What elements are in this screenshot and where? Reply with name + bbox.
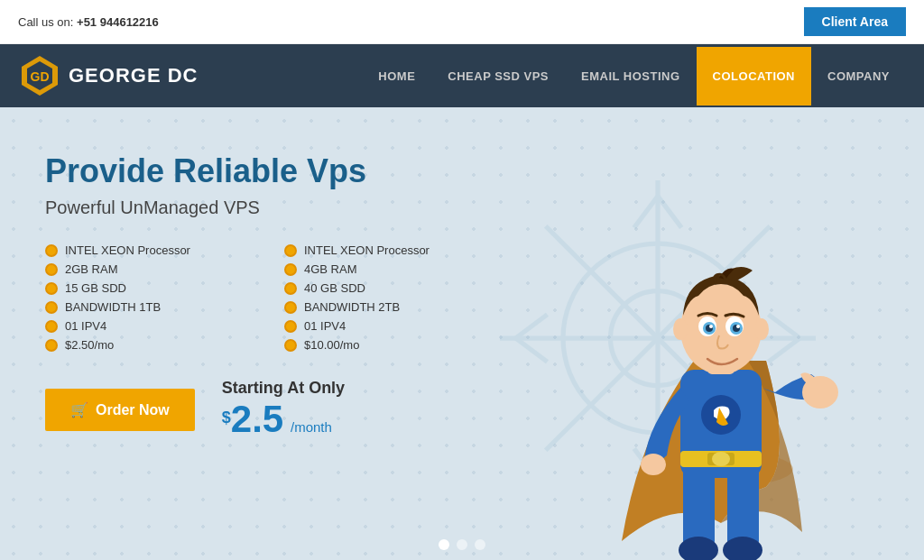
price-display: $2.5 /month [222,398,345,441]
feature-text: INTEL XEON Processor [65,243,190,257]
nav-company[interactable]: COMPANY [811,47,906,106]
hero-character [563,180,879,560]
feature-item: 01 IPV4 [284,319,496,333]
nav-vps-link[interactable]: CHEAP SSD VPS [431,47,565,106]
feature-item: $2.50/mo [45,338,257,352]
nav-links: HOME CHEAP SSD VPS EMAIL HOSTING COLOCAT… [362,47,906,106]
feature-dot [284,339,297,352]
starting-text: Starting At Only $2.5 /month [222,379,345,441]
feature-text: BANDWIDTH 2TB [304,300,400,314]
svg-point-39 [673,318,688,340]
feature-text: 2GB RAM [65,262,118,276]
navbar: GD GEORGE DC HOME CHEAP SSD VPS EMAIL HO… [0,44,924,107]
feature-dot [284,282,297,295]
feature-item: 15 GB SDD [45,281,257,295]
top-bar: Call us on: +51 944612216 Client Area [0,0,924,44]
client-area-button[interactable]: Client Area [804,7,906,36]
feature-item: INTEL XEON Processor [284,243,496,257]
feature-text: $2.50/mo [65,338,114,352]
feature-dot [284,263,297,276]
order-btn-label: Order Now [96,402,170,418]
feature-text: INTEL XEON Processor [304,243,430,257]
logo-text: GEORGE DC [69,64,198,87]
feature-item: BANDWIDTH 2TB [284,300,496,314]
feature-dot [284,320,297,333]
svg-point-26 [641,454,666,475]
feature-text: BANDWIDTH 1TB [65,300,161,314]
price-dollar: $ [222,409,231,427]
nav-email-link[interactable]: EMAIL HOSTING [565,47,697,106]
feature-text: $10.00/mo [304,338,359,352]
order-now-button[interactable]: 🛒 Order Now [45,389,195,431]
feature-text: 4GB RAM [304,262,357,276]
call-text: Call us on: +51 944612216 [18,15,159,29]
feature-item: INTEL XEON Processor [45,243,257,257]
nav-colocation-link[interactable]: COLOCATION [697,47,811,106]
nav-colocation[interactable]: COLOCATION [697,47,811,106]
feature-dot [45,244,58,257]
feature-text: 01 IPV4 [304,319,346,333]
logo[interactable]: GD GEORGE DC [18,54,198,97]
features-grid: INTEL XEON Processor INTEL XEON Processo… [45,243,496,352]
feature-dot [284,244,297,257]
feature-item: $10.00/mo [284,338,496,352]
svg-line-14 [516,338,548,362]
hero-content: Provide Reliable Vps Powerful UnManaged … [45,152,496,441]
feature-item: 2GB RAM [45,262,257,276]
hero-subheadline: Powerful UnManaged VPS [45,197,496,218]
nav-vps[interactable]: CHEAP SSD VPS [431,47,565,106]
svg-point-40 [754,318,769,340]
slide-dots [439,539,485,550]
nav-email[interactable]: EMAIL HOSTING [565,47,697,106]
feature-item: 01 IPV4 [45,319,257,333]
feature-text: 40 GB SDD [304,281,365,295]
hero-section: Provide Reliable Vps Powerful UnManaged … [0,107,924,560]
feature-dot [45,282,58,295]
feature-dot [45,263,58,276]
feature-dot [45,339,58,352]
price-number: 2.5 [231,398,283,440]
svg-point-37 [709,325,713,328]
feature-item: 4GB RAM [284,262,496,276]
svg-point-25 [712,452,730,466]
phone-number: +51 944612216 [77,15,159,29]
slide-dot-3[interactable] [475,539,485,550]
feature-dot [284,301,297,314]
slide-dot-1[interactable] [439,539,449,550]
hero-bottom: 🛒 Order Now Starting At Only $2.5 /month [45,379,496,441]
svg-point-38 [736,325,740,328]
nav-company-link[interactable]: COMPANY [811,47,906,106]
nav-home[interactable]: HOME [362,47,431,106]
feature-dot [45,301,58,314]
feature-text: 01 IPV4 [65,319,106,333]
svg-rect-19 [683,460,715,550]
price-value: $2.5 [222,409,291,437]
call-label: Call us on: [18,15,73,29]
nav-home-link[interactable]: HOME [362,47,431,106]
svg-rect-20 [727,460,759,550]
character-svg [563,180,879,560]
slide-dot-2[interactable] [457,539,467,550]
starting-label: Starting At Only [222,379,345,398]
hero-headline: Provide Reliable Vps [45,152,496,190]
feature-item: BANDWIDTH 1TB [45,300,257,314]
feature-text: 15 GB SDD [65,281,126,295]
svg-text:GD: GD [31,69,50,84]
per-month: /month [291,419,332,435]
svg-line-13 [516,314,548,337]
cart-icon: 🛒 [70,401,88,418]
feature-item: 40 GB SDD [284,281,496,295]
logo-icon: GD [18,54,61,97]
feature-dot [45,320,58,333]
